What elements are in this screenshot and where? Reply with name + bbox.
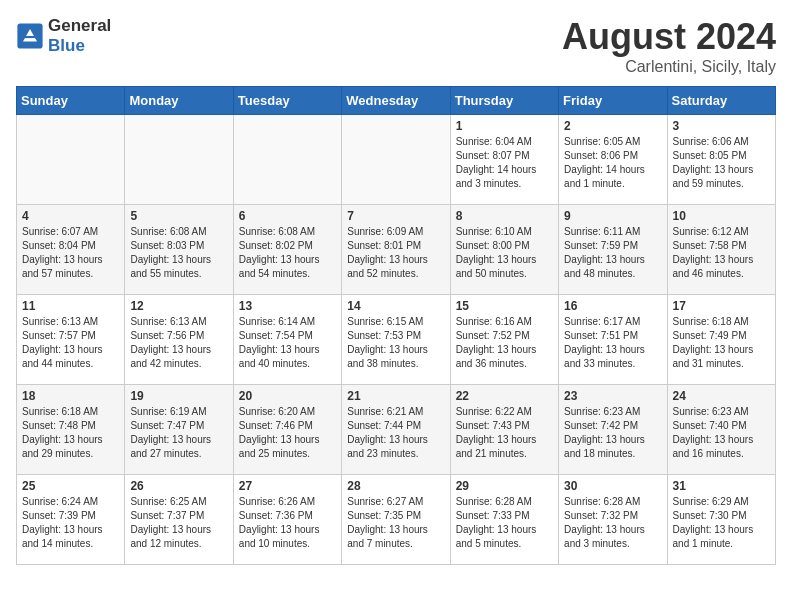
calendar-week-row: 4Sunrise: 6:07 AM Sunset: 8:04 PM Daylig… — [17, 205, 776, 295]
day-number: 1 — [456, 119, 553, 133]
calendar-cell: 5Sunrise: 6:08 AM Sunset: 8:03 PM Daylig… — [125, 205, 233, 295]
month-year-title: August 2024 — [562, 16, 776, 58]
day-info: Sunrise: 6:24 AM Sunset: 7:39 PM Dayligh… — [22, 495, 119, 551]
location-subtitle: Carlentini, Sicily, Italy — [562, 58, 776, 76]
calendar-cell: 7Sunrise: 6:09 AM Sunset: 8:01 PM Daylig… — [342, 205, 450, 295]
day-info: Sunrise: 6:28 AM Sunset: 7:32 PM Dayligh… — [564, 495, 661, 551]
day-info: Sunrise: 6:14 AM Sunset: 7:54 PM Dayligh… — [239, 315, 336, 371]
calendar-cell: 31Sunrise: 6:29 AM Sunset: 7:30 PM Dayli… — [667, 475, 775, 565]
calendar-cell — [342, 115, 450, 205]
calendar-cell — [125, 115, 233, 205]
day-number: 4 — [22, 209, 119, 223]
day-info: Sunrise: 6:28 AM Sunset: 7:33 PM Dayligh… — [456, 495, 553, 551]
day-number: 7 — [347, 209, 444, 223]
day-info: Sunrise: 6:20 AM Sunset: 7:46 PM Dayligh… — [239, 405, 336, 461]
day-number: 27 — [239, 479, 336, 493]
day-number: 6 — [239, 209, 336, 223]
calendar-cell: 25Sunrise: 6:24 AM Sunset: 7:39 PM Dayli… — [17, 475, 125, 565]
calendar-week-row: 25Sunrise: 6:24 AM Sunset: 7:39 PM Dayli… — [17, 475, 776, 565]
weekday-header-row: SundayMondayTuesdayWednesdayThursdayFrid… — [17, 87, 776, 115]
day-number: 28 — [347, 479, 444, 493]
day-info: Sunrise: 6:07 AM Sunset: 8:04 PM Dayligh… — [22, 225, 119, 281]
day-info: Sunrise: 6:10 AM Sunset: 8:00 PM Dayligh… — [456, 225, 553, 281]
day-number: 9 — [564, 209, 661, 223]
day-number: 29 — [456, 479, 553, 493]
calendar-cell: 3Sunrise: 6:06 AM Sunset: 8:05 PM Daylig… — [667, 115, 775, 205]
day-info: Sunrise: 6:25 AM Sunset: 7:37 PM Dayligh… — [130, 495, 227, 551]
logo-icon — [16, 22, 44, 50]
calendar-cell: 29Sunrise: 6:28 AM Sunset: 7:33 PM Dayli… — [450, 475, 558, 565]
day-info: Sunrise: 6:04 AM Sunset: 8:07 PM Dayligh… — [456, 135, 553, 191]
day-info: Sunrise: 6:16 AM Sunset: 7:52 PM Dayligh… — [456, 315, 553, 371]
day-number: 20 — [239, 389, 336, 403]
day-number: 17 — [673, 299, 770, 313]
calendar-table: SundayMondayTuesdayWednesdayThursdayFrid… — [16, 86, 776, 565]
calendar-cell: 20Sunrise: 6:20 AM Sunset: 7:46 PM Dayli… — [233, 385, 341, 475]
calendar-cell: 26Sunrise: 6:25 AM Sunset: 7:37 PM Dayli… — [125, 475, 233, 565]
weekday-header-cell: Monday — [125, 87, 233, 115]
day-number: 13 — [239, 299, 336, 313]
page-header: General Blue August 2024 Carlentini, Sic… — [16, 16, 776, 76]
day-info: Sunrise: 6:18 AM Sunset: 7:49 PM Dayligh… — [673, 315, 770, 371]
day-info: Sunrise: 6:13 AM Sunset: 7:57 PM Dayligh… — [22, 315, 119, 371]
day-number: 25 — [22, 479, 119, 493]
calendar-cell: 18Sunrise: 6:18 AM Sunset: 7:48 PM Dayli… — [17, 385, 125, 475]
calendar-cell: 27Sunrise: 6:26 AM Sunset: 7:36 PM Dayli… — [233, 475, 341, 565]
day-info: Sunrise: 6:23 AM Sunset: 7:42 PM Dayligh… — [564, 405, 661, 461]
weekday-header-cell: Sunday — [17, 87, 125, 115]
calendar-cell: 6Sunrise: 6:08 AM Sunset: 8:02 PM Daylig… — [233, 205, 341, 295]
calendar-week-row: 18Sunrise: 6:18 AM Sunset: 7:48 PM Dayli… — [17, 385, 776, 475]
calendar-cell: 10Sunrise: 6:12 AM Sunset: 7:58 PM Dayli… — [667, 205, 775, 295]
day-number: 21 — [347, 389, 444, 403]
calendar-cell: 17Sunrise: 6:18 AM Sunset: 7:49 PM Dayli… — [667, 295, 775, 385]
calendar-cell: 12Sunrise: 6:13 AM Sunset: 7:56 PM Dayli… — [125, 295, 233, 385]
day-info: Sunrise: 6:08 AM Sunset: 8:02 PM Dayligh… — [239, 225, 336, 281]
day-info: Sunrise: 6:27 AM Sunset: 7:35 PM Dayligh… — [347, 495, 444, 551]
day-info: Sunrise: 6:11 AM Sunset: 7:59 PM Dayligh… — [564, 225, 661, 281]
calendar-cell: 13Sunrise: 6:14 AM Sunset: 7:54 PM Dayli… — [233, 295, 341, 385]
calendar-cell: 28Sunrise: 6:27 AM Sunset: 7:35 PM Dayli… — [342, 475, 450, 565]
day-number: 24 — [673, 389, 770, 403]
day-number: 19 — [130, 389, 227, 403]
day-info: Sunrise: 6:18 AM Sunset: 7:48 PM Dayligh… — [22, 405, 119, 461]
day-info: Sunrise: 6:05 AM Sunset: 8:06 PM Dayligh… — [564, 135, 661, 191]
calendar-cell: 16Sunrise: 6:17 AM Sunset: 7:51 PM Dayli… — [559, 295, 667, 385]
logo-general: General — [48, 16, 111, 35]
calendar-cell: 19Sunrise: 6:19 AM Sunset: 7:47 PM Dayli… — [125, 385, 233, 475]
day-number: 23 — [564, 389, 661, 403]
calendar-cell: 4Sunrise: 6:07 AM Sunset: 8:04 PM Daylig… — [17, 205, 125, 295]
day-info: Sunrise: 6:19 AM Sunset: 7:47 PM Dayligh… — [130, 405, 227, 461]
day-info: Sunrise: 6:29 AM Sunset: 7:30 PM Dayligh… — [673, 495, 770, 551]
day-info: Sunrise: 6:26 AM Sunset: 7:36 PM Dayligh… — [239, 495, 336, 551]
day-number: 26 — [130, 479, 227, 493]
day-info: Sunrise: 6:22 AM Sunset: 7:43 PM Dayligh… — [456, 405, 553, 461]
calendar-cell — [17, 115, 125, 205]
weekday-header-cell: Thursday — [450, 87, 558, 115]
day-number: 15 — [456, 299, 553, 313]
weekday-header-cell: Tuesday — [233, 87, 341, 115]
calendar-cell: 11Sunrise: 6:13 AM Sunset: 7:57 PM Dayli… — [17, 295, 125, 385]
day-number: 8 — [456, 209, 553, 223]
day-number: 2 — [564, 119, 661, 133]
calendar-cell: 24Sunrise: 6:23 AM Sunset: 7:40 PM Dayli… — [667, 385, 775, 475]
day-info: Sunrise: 6:17 AM Sunset: 7:51 PM Dayligh… — [564, 315, 661, 371]
weekday-header-cell: Friday — [559, 87, 667, 115]
day-number: 22 — [456, 389, 553, 403]
calendar-cell: 22Sunrise: 6:22 AM Sunset: 7:43 PM Dayli… — [450, 385, 558, 475]
calendar-cell: 23Sunrise: 6:23 AM Sunset: 7:42 PM Dayli… — [559, 385, 667, 475]
calendar-cell: 21Sunrise: 6:21 AM Sunset: 7:44 PM Dayli… — [342, 385, 450, 475]
day-number: 30 — [564, 479, 661, 493]
calendar-cell — [233, 115, 341, 205]
day-info: Sunrise: 6:12 AM Sunset: 7:58 PM Dayligh… — [673, 225, 770, 281]
calendar-cell: 8Sunrise: 6:10 AM Sunset: 8:00 PM Daylig… — [450, 205, 558, 295]
day-number: 18 — [22, 389, 119, 403]
day-info: Sunrise: 6:09 AM Sunset: 8:01 PM Dayligh… — [347, 225, 444, 281]
day-number: 3 — [673, 119, 770, 133]
calendar-week-row: 11Sunrise: 6:13 AM Sunset: 7:57 PM Dayli… — [17, 295, 776, 385]
day-number: 12 — [130, 299, 227, 313]
day-info: Sunrise: 6:08 AM Sunset: 8:03 PM Dayligh… — [130, 225, 227, 281]
day-number: 5 — [130, 209, 227, 223]
day-info: Sunrise: 6:06 AM Sunset: 8:05 PM Dayligh… — [673, 135, 770, 191]
logo: General Blue — [16, 16, 111, 56]
day-info: Sunrise: 6:13 AM Sunset: 7:56 PM Dayligh… — [130, 315, 227, 371]
